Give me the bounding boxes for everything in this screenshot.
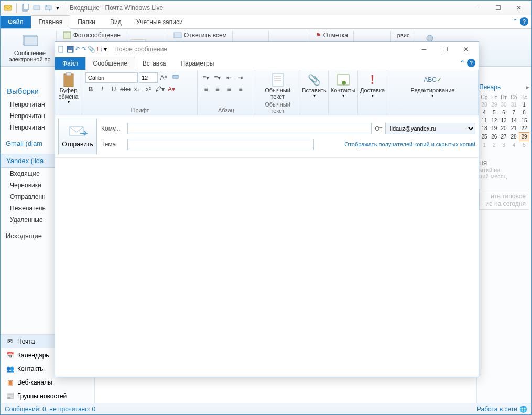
help-icon[interactable]: ? — [520, 17, 528, 26]
today-text1: ытий на — [479, 167, 529, 173]
subject-label: Тема — [101, 141, 124, 148]
calendar-next-icon[interactable]: ▸ — [526, 83, 529, 91]
align-center-icon[interactable]: ≡ — [212, 84, 223, 94]
justify-icon[interactable]: ≡ — [235, 84, 246, 94]
align-right-icon[interactable]: ≡ — [224, 84, 234, 94]
delivery-button[interactable]: ! Доставка ▾ — [357, 71, 388, 99]
highlight-icon[interactable]: 🖍▾ — [155, 84, 165, 94]
underline-icon[interactable]: U — [108, 84, 119, 94]
svg-point-15 — [427, 35, 433, 41]
from-label: От — [375, 125, 382, 132]
compose-tab-options[interactable]: Параметры — [173, 57, 221, 70]
format-painter-icon[interactable] — [170, 72, 181, 83]
minimize-button[interactable]: ─ — [466, 2, 487, 14]
font-group-caption: Шрифт — [84, 107, 195, 114]
qat-dropdown-icon[interactable]: ▾ — [55, 3, 61, 13]
compose-qat-dropdown-icon[interactable]: ▾ — [104, 46, 110, 53]
insert-button[interactable]: 📎 Вставить ▾ — [299, 71, 330, 99]
photo-icon — [63, 31, 71, 39]
calendar-month[interactable]: Январь — [479, 83, 501, 91]
compose-qat-priority-high-icon[interactable]: ! — [96, 46, 99, 53]
compose-minimize-button[interactable]: ─ — [414, 44, 435, 55]
to-field[interactable] — [127, 123, 372, 134]
contacts-button[interactable]: Контакты ▾ — [328, 71, 359, 99]
compose-maximize-button[interactable]: ☐ — [435, 44, 455, 55]
svg-rect-21 — [173, 75, 178, 78]
compose-tab-message[interactable]: Сообщение — [85, 57, 135, 70]
compose-qat-undo-icon[interactable]: ↶ — [75, 46, 80, 53]
contacts-icon — [335, 72, 351, 87]
tab-accounts[interactable]: Учетные записи — [129, 16, 190, 28]
compose-ribbon-collapse-icon[interactable]: ⌃ — [460, 59, 465, 67]
calendar-grid[interactable]: СрЧтПтСбВс 282930311 45678 1112131415 18… — [479, 94, 529, 149]
right-calendar-pane: Январь ▸ СрЧтПтСбВс 282930311 45678 1112… — [476, 68, 531, 403]
compose-tab-insert[interactable]: Вставка — [135, 57, 173, 70]
service-button[interactable]: рвис — [395, 31, 412, 39]
svg-rect-4 — [45, 6, 51, 10]
new-message-button[interactable]: Сообщение электронной по — [7, 31, 53, 63]
compose-qat-attach-icon[interactable]: 📎 — [88, 46, 95, 53]
grow-font-icon[interactable]: Aᐞ — [159, 72, 169, 83]
editing-button[interactable]: ABC✓ Редактирование ▾ — [408, 71, 458, 99]
font-color-icon[interactable]: A▾ — [166, 84, 177, 94]
font-size-select[interactable] — [139, 72, 158, 83]
chevron-down-icon: ▾ — [313, 93, 316, 98]
svg-rect-20 — [66, 72, 71, 76]
ribbon-collapse-icon[interactable]: ⌃ — [513, 18, 518, 25]
flag-icon: ⚑ — [316, 31, 321, 39]
numbering-icon[interactable]: ≡▾ — [212, 72, 223, 83]
status-message-count: Сообщений: 0, не прочитано: 0 — [5, 406, 95, 413]
clipboard-button[interactable]: Буфер обмена ▾ — [55, 71, 81, 105]
font-name-select[interactable] — [85, 72, 138, 83]
subject-field[interactable] — [127, 139, 314, 150]
compose-tab-file[interactable]: Файл — [55, 57, 85, 70]
align-left-icon[interactable]: ≡ — [201, 84, 211, 94]
compose-help-icon[interactable]: ? — [467, 59, 475, 67]
qat-sendrecv-icon[interactable] — [43, 3, 53, 13]
flag-button[interactable]: ⚑ Отметка — [313, 31, 350, 39]
app-icon — [3, 3, 13, 13]
from-select[interactable]: lidauz@yandex.ru — [385, 123, 475, 134]
compose-qat-redo-icon[interactable]: ↷ — [81, 46, 86, 53]
outdent-icon[interactable]: ⇤ — [224, 72, 234, 83]
typical-event-box[interactable]: ить типовое ие на сегодня — [479, 189, 529, 210]
compose-qat-paste-icon[interactable] — [57, 46, 64, 53]
superscript-icon[interactable]: x² — [143, 84, 154, 94]
chevron-down-icon: ▾ — [342, 93, 344, 98]
main-ribbon-tabs: Файл Главная Папки Вид Учетные записи ⌃ … — [1, 15, 531, 29]
tab-folders[interactable]: Папки — [70, 16, 103, 28]
send-icon — [68, 125, 88, 139]
compose-body[interactable] — [55, 158, 479, 377]
bullets-icon[interactable]: ≡▾ — [201, 72, 211, 83]
photo-message-button[interactable]: Фотосообщение — [61, 31, 123, 39]
reply-all-button[interactable]: Ответить всем — [171, 31, 229, 39]
compose-qat-priority-low-icon[interactable]: ↓ — [100, 46, 103, 53]
compose-close-button[interactable]: ✕ — [455, 44, 476, 55]
svg-rect-7 — [63, 32, 71, 38]
plaintext-icon — [270, 72, 286, 87]
tab-view[interactable]: Вид — [103, 16, 129, 28]
compose-qat-save-icon[interactable] — [67, 46, 74, 53]
mail-icon — [21, 32, 38, 49]
clipboard-icon — [61, 72, 77, 87]
tab-home[interactable]: Главная — [31, 15, 71, 29]
close-button[interactable]: ✕ — [508, 2, 529, 14]
to-label[interactable]: Кому... — [101, 125, 124, 132]
para-group-caption: Абзац — [200, 107, 253, 114]
plaintext-group-caption: Обычный текст — [257, 101, 298, 114]
plaintext-button[interactable]: Обычный текст — [262, 71, 294, 101]
nav-newsgroups[interactable]: 📰Группы новостей — [1, 389, 94, 403]
bold-icon[interactable]: B — [85, 84, 96, 94]
calendar-nav-icon: 📅 — [6, 351, 14, 359]
subscript-icon[interactable]: x₂ — [132, 84, 142, 94]
tab-file[interactable]: Файл — [1, 16, 31, 28]
qat-new-icon[interactable] — [20, 3, 30, 13]
maximize-button[interactable]: ☐ — [487, 2, 508, 14]
strike-icon[interactable]: abc — [120, 84, 131, 94]
nav-feeds[interactable]: ▣Веб-каналы — [1, 376, 94, 389]
send-button[interactable]: Отправить — [58, 119, 97, 154]
italic-icon[interactable]: I — [97, 84, 107, 94]
indent-icon[interactable]: ⇥ — [235, 72, 246, 83]
qat-reply-icon[interactable] — [31, 3, 42, 13]
show-cc-link[interactable]: Отображать получателей копий и скрытых к… — [344, 141, 475, 147]
